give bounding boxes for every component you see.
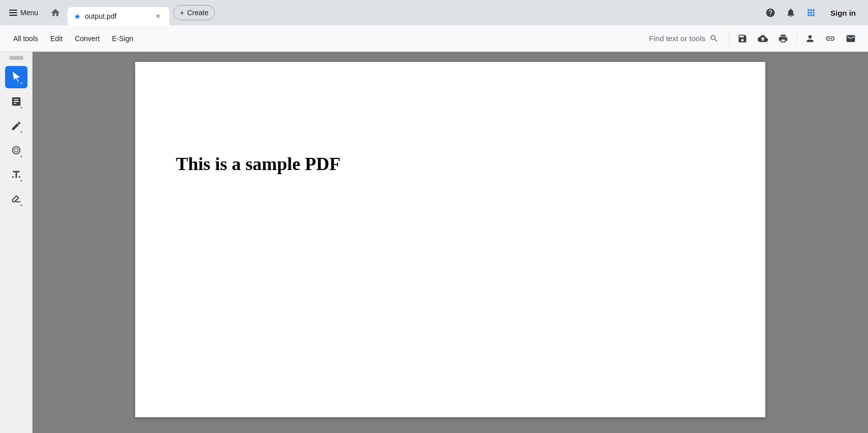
new-tab-label: Create (187, 9, 208, 17)
hamburger-icon (9, 10, 17, 16)
main-area: ▾ ▾ ▾ ▾ (0, 52, 868, 433)
print-button[interactable] (774, 29, 792, 48)
tool-dropdown-arrow-4: ▾ (20, 154, 26, 160)
tab-star-icon: ★ (74, 12, 81, 21)
active-tab[interactable]: ★ output.pdf ✕ (68, 7, 169, 25)
bell-icon (786, 8, 796, 18)
save-icon (737, 34, 748, 44)
email-button[interactable] (842, 29, 860, 48)
toolbar-actions: Find text or tools (643, 29, 860, 48)
menu-all-tools[interactable]: All tools (8, 31, 43, 46)
sign-in-button[interactable]: Sign in (822, 6, 864, 20)
save-button[interactable] (733, 29, 752, 48)
draw-tool-button[interactable]: ▾ (5, 115, 27, 137)
print-icon (778, 34, 788, 44)
app-toolbar: All tools Edit Convert E-Sign Find text … (0, 25, 868, 52)
menu-button[interactable]: Menu (4, 6, 43, 20)
tab-title: output.pdf (85, 12, 149, 20)
lasso-tool-button[interactable]: ▾ (5, 139, 27, 161)
link-icon (825, 34, 835, 44)
text-select-button[interactable]: ▾ (5, 163, 27, 186)
menu-convert[interactable]: Convert (70, 31, 105, 46)
signature-tool-button[interactable]: ▾ (5, 188, 27, 210)
upload-button[interactable] (754, 29, 772, 48)
sidebar-drag-handle[interactable] (9, 56, 23, 60)
cloud-upload-icon (758, 34, 768, 44)
tool-dropdown-arrow-6: ▾ (20, 203, 26, 209)
svg-rect-0 (12, 177, 14, 178)
left-sidebar: ▾ ▾ ▾ ▾ (0, 52, 33, 433)
browser-chrome: Menu ★ output.pdf ✕ + Create (0, 0, 868, 25)
toolbar-menu: All tools Edit Convert E-Sign (8, 31, 138, 46)
help-icon (765, 8, 776, 18)
browser-actions: Sign in (761, 4, 864, 22)
svg-rect-1 (18, 177, 20, 178)
apps-icon (806, 8, 816, 18)
apps-button[interactable] (802, 4, 820, 22)
home-button[interactable] (46, 6, 65, 20)
menu-edit[interactable]: Edit (45, 31, 68, 46)
search-bar[interactable]: Find text or tools (643, 31, 725, 46)
tool-dropdown-arrow: ▾ (20, 81, 26, 87)
link-button[interactable] (821, 29, 840, 48)
tool-dropdown-arrow-3: ▾ (20, 130, 26, 136)
toolbar-separator-2 (796, 31, 797, 46)
tool-dropdown-arrow-5: ▾ (20, 179, 26, 185)
tab-bar: ★ output.pdf ✕ + Create (68, 4, 758, 22)
pdf-area[interactable]: This is a sample PDF (33, 52, 868, 433)
home-icon (50, 8, 60, 18)
share-icon (805, 34, 815, 44)
menu-esign[interactable]: E-Sign (107, 31, 138, 46)
tool-dropdown-arrow-2: ▾ (20, 106, 26, 112)
toolbar-separator-1 (729, 31, 729, 46)
search-icon (709, 34, 719, 43)
new-tab-button[interactable]: + Create (173, 5, 215, 20)
share-button[interactable] (801, 29, 819, 48)
new-tab-plus-icon: + (180, 9, 184, 17)
email-icon (846, 34, 856, 44)
pdf-page: This is a sample PDF (135, 62, 765, 417)
menu-label: Menu (20, 9, 38, 17)
notifications-button[interactable] (782, 4, 800, 22)
select-tool-button[interactable]: ▾ (5, 66, 27, 88)
search-text: Find text or tools (649, 34, 705, 43)
help-button[interactable] (761, 4, 780, 22)
insert-tool-button[interactable]: ▾ (5, 90, 27, 113)
tab-close-button[interactable]: ✕ (153, 11, 163, 21)
pdf-main-text: This is a sample PDF (176, 153, 340, 175)
